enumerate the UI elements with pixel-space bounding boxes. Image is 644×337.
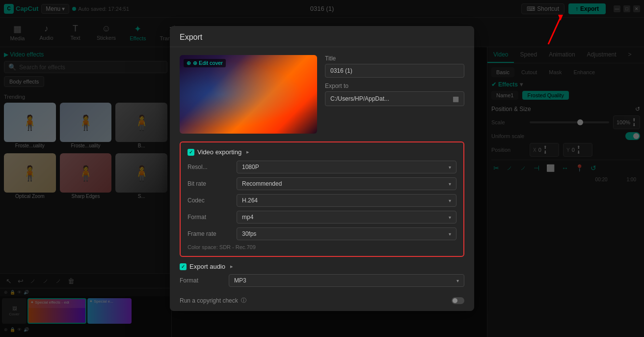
format-select[interactable]: mp4 ▾ [237, 211, 456, 224]
video-export-checkbox[interactable]: ✓ [188, 149, 194, 156]
codec-select[interactable]: H.264 ▾ [237, 194, 456, 207]
copyright-info-icon: ⓘ [241, 297, 246, 304]
modal-body: ⊕ ⊕ Edit cover Title 0316 (1) Export to [170, 47, 474, 311]
audio-export-checkbox[interactable]: ✓ [180, 263, 187, 270]
audio-format-value: MP3 [234, 277, 246, 284]
resolution-label: Resol... [188, 164, 237, 170]
framerate-row: Frame rate 30fps ▾ [188, 227, 456, 240]
audio-format-label: Format [180, 277, 229, 284]
framerate-value: 30fps [242, 230, 256, 237]
audio-info-icon: ▸ [230, 263, 233, 270]
modal-header: Export [170, 26, 474, 47]
video-export-header: ✓ Video exporting ▸ [188, 148, 456, 156]
export-to-value: C:/Users/HP/AppDat... [330, 95, 389, 102]
codec-arrow: ▾ [449, 198, 451, 203]
codec-row: Codec H.264 ▾ [188, 194, 456, 207]
copyright-toggle[interactable] [452, 297, 464, 304]
video-export-section: ✓ Video exporting ▸ Resol... 1080P ▾ Bit… [180, 141, 464, 257]
framerate-select[interactable]: 30fps ▾ [237, 227, 456, 240]
cover-image[interactable]: ⊕ ⊕ Edit cover [180, 55, 317, 134]
export-audio-section: ✓ Export audio ▸ Format MP3 ▾ [180, 263, 464, 287]
copyright-toggle-thumb [453, 298, 457, 303]
bitrate-label: Bit rate [188, 180, 237, 187]
audio-format-row: Format MP3 ▾ [180, 274, 464, 287]
format-row: Format mp4 ▾ [188, 211, 456, 224]
bitrate-value: Recommended [242, 180, 282, 187]
title-export-fields: Title 0316 (1) Export to C:/Users/HP/App… [325, 55, 464, 134]
video-export-info-icon: ▸ [246, 149, 249, 155]
format-value: mp4 [242, 214, 253, 221]
modal-overlay: Export ⊕ ⊕ Edit cover Title 0316 (1) [0, 0, 644, 337]
audio-format-arrow: ▾ [456, 278, 459, 283]
folder-icon[interactable]: ▦ [453, 95, 459, 103]
export-to-field-row: Export to C:/Users/HP/AppDat... ▦ [325, 83, 464, 106]
edit-cover-label[interactable]: ⊕ ⊕ Edit cover [184, 59, 226, 67]
codec-value: H.264 [242, 197, 258, 204]
framerate-arrow: ▾ [449, 231, 451, 237]
export-to-label: Export to [325, 83, 464, 89]
resolution-arrow: ▾ [449, 165, 451, 170]
resolution-select[interactable]: 1080P ▾ [237, 161, 456, 173]
edit-cover-icon: ⊕ [187, 60, 191, 66]
bitrate-row: Bit rate Recommended ▾ [188, 177, 456, 190]
bitrate-select[interactable]: Recommended ▾ [237, 177, 456, 190]
bitrate-arrow: ▾ [449, 181, 451, 187]
edit-cover-text: ⊕ Edit cover [193, 60, 223, 66]
export-to-input[interactable]: C:/Users/HP/AppDat... ▦ [325, 91, 464, 106]
title-value: 0316 (1) [330, 67, 352, 74]
copyright-label: Run a copyright check [180, 297, 238, 304]
color-space-note: Color space: SDR - Rec.709 [188, 244, 456, 250]
format-arrow: ▾ [449, 215, 451, 220]
modal-title: Export [180, 33, 202, 41]
codec-label: Codec [188, 197, 237, 204]
framerate-label: Frame rate [188, 230, 237, 237]
copyright-label-group: Run a copyright check ⓘ [180, 297, 246, 304]
title-field-row: Title 0316 (1) [325, 55, 464, 78]
title-field-label: Title [325, 55, 464, 62]
audio-format-select[interactable]: MP3 ▾ [229, 274, 464, 287]
export-modal: Export ⊕ ⊕ Edit cover Title 0316 (1) [170, 26, 474, 311]
audio-section-header: ✓ Export audio ▸ [180, 263, 464, 270]
video-export-label: Video exporting [197, 148, 242, 156]
resolution-row: Resol... 1080P ▾ [188, 161, 456, 173]
cover-row: ⊕ ⊕ Edit cover Title 0316 (1) Export to [180, 55, 464, 134]
format-label: Format [188, 214, 237, 221]
audio-export-label: Export audio [189, 263, 225, 270]
title-field-input[interactable]: 0316 (1) [325, 64, 464, 78]
copyright-row: Run a copyright check ⓘ [180, 293, 464, 308]
resolution-value: 1080P [242, 164, 259, 170]
